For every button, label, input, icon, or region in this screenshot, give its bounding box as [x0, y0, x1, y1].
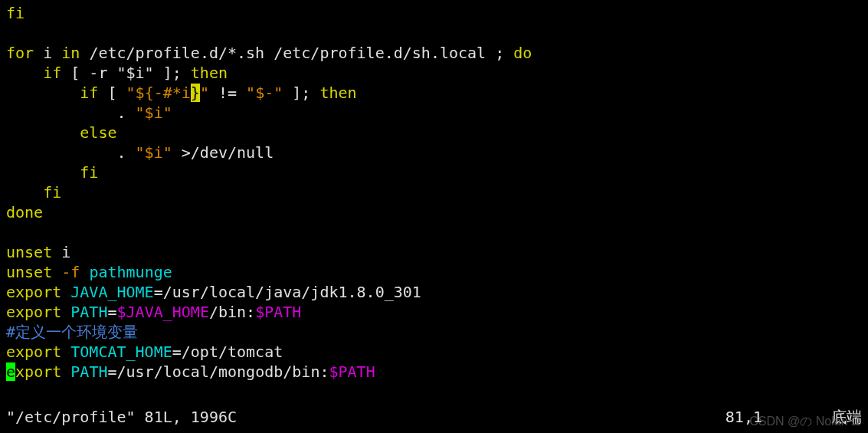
- var-ref: $PATH: [329, 362, 375, 381]
- keyword-do: do: [513, 44, 532, 62]
- keyword-if: if: [6, 64, 61, 82]
- keyword-fi: fi: [6, 183, 61, 202]
- keyword-export: export: [6, 283, 61, 301]
- vim-status-line: "/etc/profile" 81L, 1996C 81,1 底端: [6, 407, 862, 427]
- var-ref: $JAVA_HOME: [117, 303, 209, 321]
- cursor-position: e: [6, 362, 15, 381]
- keyword-then: then: [191, 64, 228, 82]
- var-ref: $PATH: [255, 303, 301, 321]
- keyword-unset: unset: [6, 263, 52, 281]
- env-var: JAVA_HOME: [61, 283, 153, 301]
- keyword-export: xport: [15, 362, 61, 381]
- keyword-then: then: [319, 84, 356, 102]
- env-var: PATH: [61, 362, 107, 381]
- keyword-if: if: [6, 84, 98, 102]
- keyword-fi: fi: [6, 163, 98, 182]
- cursor-highlight: }: [191, 84, 200, 102]
- status-file-info: "/etc/profile" 81L, 1996C: [6, 407, 237, 427]
- env-var: TOMCAT_HOME: [61, 343, 172, 361]
- env-var: PATH: [61, 303, 107, 321]
- editor-content[interactable]: fi for i in /etc/profile.d/*.sh /etc/pro…: [6, 3, 862, 382]
- code-text: fi: [6, 4, 25, 22]
- keyword-export: export: [6, 343, 61, 361]
- keyword-in: in: [61, 44, 80, 62]
- keyword-for: for: [6, 44, 34, 62]
- comment: #定义一个环境变量: [6, 323, 138, 341]
- watermark: CSDN @の Nolan Ω: [749, 412, 860, 431]
- keyword-unset: unset: [6, 243, 52, 261]
- keyword-else: else: [6, 123, 117, 142]
- keyword-done: done: [6, 203, 43, 221]
- keyword-export: export: [6, 303, 61, 321]
